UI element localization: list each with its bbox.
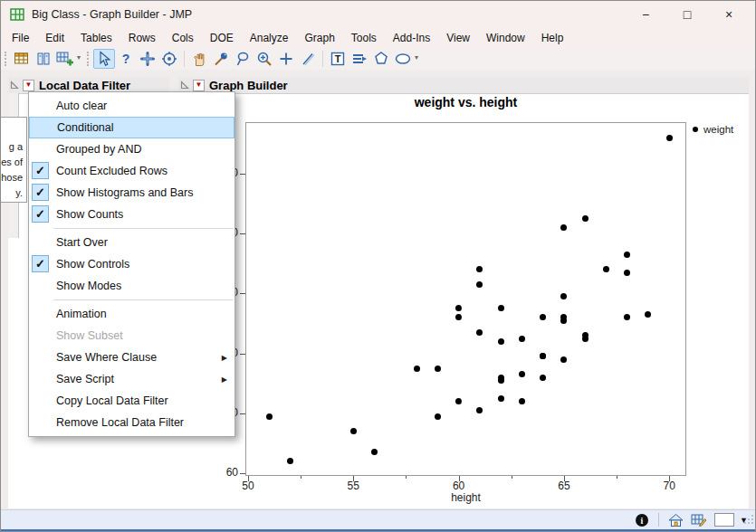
toolbar-drag-handle[interactable] (87, 52, 89, 66)
data-point[interactable] (603, 266, 609, 272)
menu-window[interactable]: Window (478, 29, 533, 47)
menu-item-show-modes[interactable]: Show Modes (29, 275, 234, 297)
data-point[interactable] (498, 395, 504, 402)
data-point[interactable] (476, 407, 483, 413)
menu-item-grouped-by-and[interactable]: Grouped by AND (29, 138, 234, 160)
data-point[interactable] (476, 281, 483, 288)
x-tick-label: 55 (338, 480, 368, 492)
menu-rows[interactable]: Rows (120, 29, 164, 47)
data-point[interactable] (476, 266, 483, 272)
data-point[interactable] (287, 458, 293, 464)
red-triangle-menu-button[interactable]: ▼ (193, 80, 205, 91)
menu-tools[interactable]: Tools (343, 29, 385, 47)
polygon-annotation-icon[interactable] (370, 49, 392, 69)
menu-add-ins[interactable]: Add-Ins (385, 29, 438, 47)
color-well[interactable] (714, 513, 734, 527)
data-point[interactable] (455, 398, 462, 404)
menu-item-animation[interactable]: Animation (29, 303, 234, 325)
data-point[interactable] (540, 353, 546, 359)
menu-item-save-where-clause[interactable]: Save Where Clause▶ (29, 347, 234, 368)
toolbar-overflow-chevron[interactable]: ▾ (415, 53, 418, 62)
magnifier-zoom-icon[interactable] (254, 49, 275, 69)
lasso-tool-icon[interactable] (232, 49, 254, 69)
home-icon[interactable] (668, 513, 684, 527)
line-annotation-icon[interactable] (349, 49, 370, 69)
data-point[interactable] (540, 375, 546, 381)
journal-icon[interactable] (33, 49, 54, 69)
menu-item-conditional[interactable]: Conditional (29, 117, 234, 138)
menu-item-show-subset[interactable]: Show Subset (29, 325, 234, 347)
data-table-icon[interactable] (11, 49, 33, 69)
toolbar-drag-handle[interactable] (5, 52, 6, 66)
brush-tool-icon[interactable] (137, 49, 158, 69)
selection-arrow-icon[interactable] (93, 49, 115, 69)
data-point[interactable] (455, 314, 462, 320)
data-point[interactable] (435, 366, 441, 372)
data-point[interactable] (560, 293, 567, 299)
data-point[interactable] (266, 413, 273, 420)
data-point[interactable] (498, 338, 504, 345)
info-icon[interactable]: i (635, 513, 649, 527)
data-point[interactable] (519, 336, 525, 342)
legend-item-weight[interactable]: weight (693, 124, 733, 135)
data-point[interactable] (371, 449, 378, 455)
menu-doe[interactable]: DOE (202, 29, 242, 47)
data-point[interactable] (560, 356, 567, 363)
data-point[interactable] (476, 329, 483, 336)
crosshair-target-icon[interactable] (158, 49, 180, 69)
menu-analyze[interactable]: Analyze (242, 29, 297, 47)
menu-cols[interactable]: Cols (164, 29, 202, 47)
resize-grip-icon[interactable] (742, 512, 754, 528)
data-point[interactable] (455, 305, 462, 311)
minimize-button[interactable]: − (625, 1, 666, 28)
grabber-hand-icon[interactable] (188, 49, 210, 69)
data-point[interactable] (498, 305, 504, 311)
data-point[interactable] (666, 135, 673, 141)
menu-file[interactable]: File (4, 29, 37, 47)
menu-graph[interactable]: Graph (296, 29, 342, 47)
menu-item-auto-clear[interactable]: Auto clear (29, 95, 234, 117)
data-point[interactable] (624, 252, 630, 258)
data-point[interactable] (582, 332, 589, 338)
data-point[interactable] (645, 311, 651, 318)
menu-item-start-over[interactable]: Start Over (29, 232, 234, 253)
data-point[interactable] (414, 366, 420, 372)
menu-item-show-controls[interactable]: ✓Show Controls (29, 253, 234, 275)
text-annotation-icon[interactable]: T (327, 49, 349, 69)
paintbrush-tool-icon[interactable] (210, 49, 232, 69)
data-point[interactable] (582, 215, 589, 222)
close-button[interactable]: × (708, 1, 750, 28)
menu-item-show-histograms-and-bars[interactable]: ✓Show Histograms and Bars (29, 182, 234, 204)
data-point[interactable] (498, 375, 504, 381)
tooltip-text-fragment: y. (0, 185, 23, 201)
menu-item-save-script[interactable]: Save Script▶ (29, 368, 234, 390)
menu-item-label: Copy Local Data Filter (56, 394, 168, 407)
toolbar-overflow-chevron[interactable]: ▾ (77, 53, 81, 62)
menu-item-count-excluded-rows[interactable]: ✓Count Excluded Rows (29, 160, 234, 182)
edit-data-table-icon[interactable] (691, 513, 707, 527)
menu-help[interactable]: Help (533, 29, 572, 47)
maximize-button[interactable]: □ (666, 1, 708, 28)
menu-item-copy-local-data-filter[interactable]: Copy Local Data Filter (29, 390, 234, 412)
data-point[interactable] (560, 224, 567, 231)
data-point[interactable] (519, 398, 525, 404)
menu-item-show-counts[interactable]: ✓Show Counts (29, 204, 234, 225)
menu-view[interactable]: View (438, 29, 478, 47)
data-point[interactable] (435, 413, 441, 420)
menu-tables[interactable]: Tables (72, 29, 120, 47)
data-point[interactable] (350, 428, 357, 434)
menu-edit[interactable]: Edit (37, 29, 72, 47)
data-point[interactable] (540, 314, 546, 320)
new-data-table-icon[interactable] (54, 49, 76, 69)
red-triangle-menu-button[interactable]: ▼ (23, 80, 34, 91)
disclosure-triangle-icon[interactable] (10, 81, 19, 90)
menu-item-remove-local-data-filter[interactable]: Remove Local Data Filter (29, 412, 234, 433)
data-point[interactable] (519, 371, 525, 377)
oval-annotation-icon[interactable] (392, 49, 414, 69)
help-tool-icon[interactable]: ? (115, 49, 137, 69)
disclosure-triangle-icon[interactable] (180, 81, 189, 90)
plus-tool-icon[interactable] (275, 49, 297, 69)
scriber-tool-icon[interactable] (297, 49, 319, 69)
data-point[interactable] (624, 314, 630, 320)
data-point[interactable] (624, 270, 630, 276)
